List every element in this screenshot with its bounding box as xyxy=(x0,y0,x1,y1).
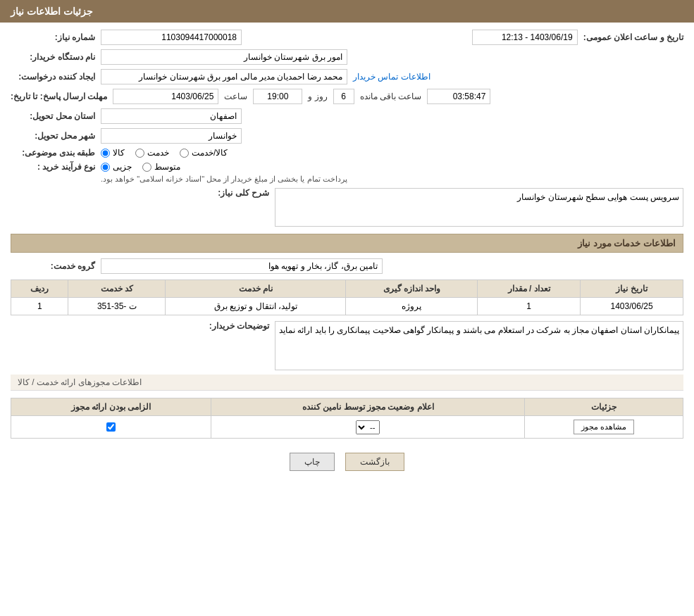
kala-khedmat-label: کالا/خدمت xyxy=(192,148,228,158)
category-label: طبقه بندی موضوعی: xyxy=(11,148,95,158)
footer-buttons: بازگشت چاپ xyxy=(11,453,683,471)
license-details[interactable]: مشاهده مجوز xyxy=(525,416,683,439)
kala-label: کالا xyxy=(113,148,125,158)
time-label: ساعت xyxy=(224,92,247,101)
row-name: تولید، انتقال و توزیع برق xyxy=(166,298,346,315)
page-header: جزئیات اطلاعات نیاز xyxy=(0,0,694,23)
category-kala-khedmat-option[interactable]: کالا/خدمت xyxy=(180,148,228,158)
motovaset-label: متوسط xyxy=(154,162,180,172)
category-kala-option[interactable]: کالا xyxy=(101,148,125,158)
col-name: نام خدمت xyxy=(166,280,346,298)
col-unit: واحد اندازه گیری xyxy=(346,280,478,298)
purchase-motovaset-option[interactable]: متوسط xyxy=(142,162,180,172)
col-details: جزئیات xyxy=(525,398,683,416)
category-khedmat-option[interactable]: خدمت xyxy=(135,148,169,158)
purchase-jozei-option[interactable]: جزیی xyxy=(101,162,132,172)
page-title: جزئیات اطلاعات نیاز xyxy=(11,6,93,17)
service-group-input[interactable] xyxy=(101,258,383,274)
table-row: مشاهده مجوز -- xyxy=(11,416,683,439)
row-num: 1 xyxy=(11,298,68,315)
col-required: الزامی بودن ارائه مجوز xyxy=(11,398,211,416)
khedmat-label: خدمت xyxy=(147,148,169,158)
need-description-textarea[interactable] xyxy=(275,188,683,227)
need-number-input[interactable] xyxy=(101,30,242,45)
creator-label: ایجاد کننده درخواست: xyxy=(11,72,95,82)
row-code: ت -35-351 xyxy=(68,298,166,315)
licenses-section-title: اطلاعات مجوزهای ارائه خدمت / کالا xyxy=(11,375,683,391)
remain-label: ساعت باقی مانده xyxy=(360,92,422,101)
row-count: 1 xyxy=(478,298,581,315)
announce-date-label: تاریخ و ساعت اعلان عمومی: xyxy=(583,32,683,42)
remain-time-input[interactable] xyxy=(427,89,490,104)
category-khedmat-radio[interactable] xyxy=(135,149,144,158)
row-date: 1403/06/25 xyxy=(581,298,683,315)
day-label: روز و xyxy=(308,92,327,101)
col-row: ردیف xyxy=(11,280,68,298)
buyer-org-label: نام دستگاه خریدار: xyxy=(11,52,95,62)
province-input[interactable] xyxy=(101,108,242,124)
creator-contact-link[interactable]: اطلاعات تماس خریدار xyxy=(353,72,430,82)
licenses-table: جزئیات اعلام وضعیت مجوز توسط نامین کننده… xyxy=(11,398,683,439)
service-group-label: گروه خدمت: xyxy=(11,261,95,271)
license-required xyxy=(11,416,211,439)
jozei-label: جزیی xyxy=(113,162,132,172)
deadline-days-input[interactable] xyxy=(333,89,354,104)
creator-input[interactable] xyxy=(101,69,347,84)
col-code: کد خدمت xyxy=(68,280,166,298)
row-unit: پروژه xyxy=(346,298,478,315)
province-label: استان محل تحویل: xyxy=(11,111,95,121)
deadline-date-input[interactable] xyxy=(113,89,218,104)
announce-date-input[interactable] xyxy=(472,30,578,45)
category-kala-radio[interactable] xyxy=(101,149,110,158)
city-label: شهر محل تحویل: xyxy=(11,131,95,141)
buyer-notes-label: توضیحات خریدار: xyxy=(192,321,269,331)
col-count: تعداد / مقدار xyxy=(478,280,581,298)
buyer-org-input[interactable] xyxy=(101,49,347,65)
back-button[interactable]: بازگشت xyxy=(345,453,404,471)
license-status[interactable]: -- xyxy=(211,416,525,439)
purchase-jozei-radio[interactable] xyxy=(101,163,110,172)
purchase-note: پرداخت تمام یا بخشی از مبلغ خریدار از مح… xyxy=(101,175,347,184)
need-number-label: شماره نیاز: xyxy=(11,32,95,42)
services-section-title: اطلاعات خدمات مورد نیاز xyxy=(11,234,683,253)
buyer-notes-textarea[interactable] xyxy=(275,321,683,370)
purchase-motovaset-radio[interactable] xyxy=(142,163,151,172)
license-required-checkbox[interactable] xyxy=(106,422,116,432)
col-date: تاریخ نیاز xyxy=(581,280,683,298)
city-input[interactable] xyxy=(101,128,242,144)
purchase-type-label: نوع فرآیند خرید : xyxy=(11,162,95,172)
services-table: تاریخ نیاز تعداد / مقدار واحد اندازه گیر… xyxy=(11,279,683,315)
category-kala-khedmat-radio[interactable] xyxy=(180,149,189,158)
deadline-time-input[interactable] xyxy=(253,89,302,104)
print-button[interactable]: چاپ xyxy=(290,453,335,471)
need-desc-label: شرح کلی نیاز: xyxy=(192,188,269,198)
response-deadline-label: مهلت ارسال پاسخ: تا تاریخ: xyxy=(11,92,107,101)
table-row: 1403/06/25 1 پروژه تولید، انتقال و توزیع… xyxy=(11,298,683,315)
col-status: اعلام وضعیت مجوز توسط نامین کننده xyxy=(211,398,525,416)
